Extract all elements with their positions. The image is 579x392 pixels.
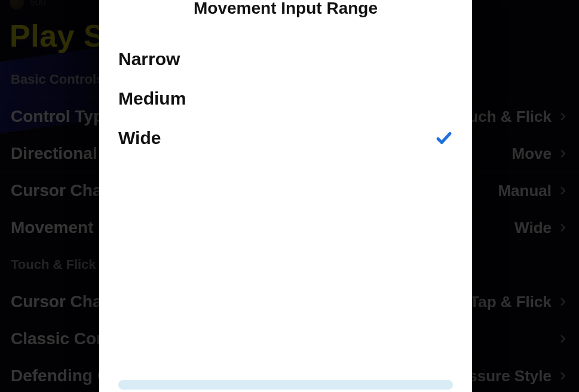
option-label: Wide xyxy=(118,128,161,148)
modal-title: Movement Input Range xyxy=(99,0,472,18)
movement-input-range-modal: Movement Input Range Narrow Medium Wide xyxy=(99,0,472,392)
option-medium[interactable]: Medium xyxy=(99,79,472,118)
confirm-button[interactable] xyxy=(118,380,453,390)
option-label: Narrow xyxy=(118,49,180,69)
check-icon xyxy=(435,129,453,147)
option-narrow[interactable]: Narrow xyxy=(99,39,472,79)
option-label: Medium xyxy=(118,88,186,109)
modal-footer xyxy=(99,380,472,392)
option-wide[interactable]: Wide xyxy=(99,118,472,158)
option-list: Narrow Medium Wide xyxy=(99,39,472,158)
